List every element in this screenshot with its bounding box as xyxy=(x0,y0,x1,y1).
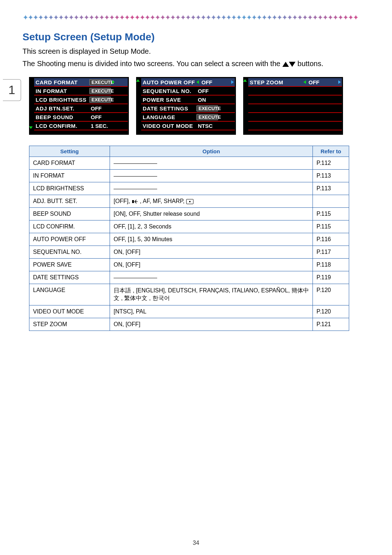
execute-button: EXECUTE xyxy=(89,79,111,85)
cell-setting: LCD BRIGHTNESS xyxy=(29,182,110,195)
screen-menu-row: LCD CONFIRM.1 SEC. xyxy=(34,122,128,130)
cell-refer: P.119 xyxy=(313,271,349,284)
screen-label: CARD FORMAT xyxy=(34,79,89,85)
svg-rect-0 xyxy=(132,200,134,203)
cell-setting: BEEP SOUND xyxy=(29,208,110,220)
execute-button: EXECUTE xyxy=(89,88,111,94)
page-number: 34 xyxy=(0,540,392,546)
left-arrow-icon xyxy=(196,80,199,84)
screen-value: OFF xyxy=(89,114,102,120)
right-arrow-icon xyxy=(231,80,234,84)
cell-refer: P.115 xyxy=(313,220,349,233)
screen-label: BEEP SOUND xyxy=(34,114,89,120)
chapter-tab: 1 xyxy=(3,79,21,101)
cell-option xyxy=(110,271,313,284)
screen-value: NTSC xyxy=(196,123,213,129)
screen-menu-row: LANGUAGEEXECUTE xyxy=(141,113,235,122)
table-row: VIDEO OUT MODE[NTSC], PALP.120 xyxy=(29,305,349,318)
down-triangle-icon xyxy=(289,62,295,67)
camera-screen: CARD FORMATEXECUTEIN FORMATEXECUTELCD BR… xyxy=(29,77,129,135)
screen-label: AUTO POWER OFF xyxy=(141,79,196,85)
screen-label: STEP ZOOM xyxy=(248,79,303,85)
cell-setting: LANGUAGE xyxy=(29,284,110,305)
screen-menu-row: VIDEO OUT MODENTSC xyxy=(141,122,235,130)
table-row: BEEP SOUND[ON], OFF, Shutter release sou… xyxy=(29,208,349,220)
right-arrow-icon xyxy=(112,80,115,84)
table-row: POWER SAVEON, [OFF]P.118 xyxy=(29,259,349,271)
screen-value: OFF xyxy=(89,105,102,112)
execute-button: EXECUTE xyxy=(89,97,111,103)
cell-refer: P.115 xyxy=(313,208,349,220)
cell-setting: VIDEO OUT MODE xyxy=(29,305,110,318)
th-setting: Setting xyxy=(29,146,110,157)
screen-label: LCD BRIGHTNESS xyxy=(34,97,89,103)
screen-label: IN FORMAT xyxy=(34,88,89,94)
settings-table: Setting Option Refer to CARD FORMATP.112… xyxy=(29,146,349,331)
screen-menu-row: IN FORMATEXECUTE xyxy=(34,87,128,96)
table-row: IN FORMATP.113 xyxy=(29,170,349,182)
cell-option: [ON], OFF, Shutter release sound xyxy=(110,208,313,220)
cell-refer xyxy=(313,195,349,208)
screen-label: POWER SAVE xyxy=(141,97,196,103)
cell-setting: IN FORMAT xyxy=(29,170,110,182)
screen-label: DATE SETTINGS xyxy=(141,105,196,112)
right-arrow-icon xyxy=(338,80,341,84)
cell-refer: P.120 xyxy=(313,284,349,305)
execute-button: EXECUTE xyxy=(196,114,218,120)
cell-setting: CARD FORMAT xyxy=(29,157,110,170)
cell-setting: SEQUENTIAL NO. xyxy=(29,246,110,259)
cell-option xyxy=(110,182,313,195)
table-row: STEP ZOOMON, [OFF]P.121 xyxy=(29,318,349,331)
cell-option: [OFF], , AF, MF, SHARP, xyxy=(110,195,313,208)
screen-menu-row xyxy=(248,96,342,104)
screen-label: VIDEO OUT MODE xyxy=(141,123,196,129)
camera-screen: STEP ZOOMOFF xyxy=(243,77,343,135)
cell-refer: P.116 xyxy=(313,233,349,246)
cell-setting: AUTO POWER OFF xyxy=(29,233,110,246)
table-row: AUTO POWER OFFOFF, [1], 5, 30 MinutesP.1… xyxy=(29,233,349,246)
scroll-up-icon xyxy=(243,79,247,82)
table-row: SEQUENTIAL NO.ON, [OFF]P.117 xyxy=(29,246,349,259)
cell-option xyxy=(110,170,313,182)
decorative-border: ✦✦✦✦✦✦✦✦✦✦✦✦✦✦✦✦✦✦✦✦✦✦✦✦✦✦✦✦✦✦✦✦✦✦✦✦✦✦✦✦… xyxy=(23,15,367,20)
cell-refer: P.112 xyxy=(313,157,349,170)
cell-setting: DATE SETTINGS xyxy=(29,271,110,284)
table-row: LANGUAGE日本語 , [ENGLISH], DEUTSCH, FRANÇA… xyxy=(29,284,349,305)
screen-value: OFF xyxy=(200,79,212,85)
table-row: DATE SETTINGSP.119 xyxy=(29,271,349,284)
table-row: CARD FORMATP.112 xyxy=(29,157,349,170)
cell-option: ON, [OFF] xyxy=(110,318,313,331)
th-refer: Refer to xyxy=(313,146,349,157)
screen-label: LANGUAGE xyxy=(141,114,196,120)
execute-button: EXECUTE xyxy=(196,105,218,112)
screen-label: SEQUENTIAL NO. xyxy=(141,88,196,94)
cell-refer: P.113 xyxy=(313,182,349,195)
cell-refer: P.113 xyxy=(313,170,349,182)
table-row: LCD CONFIRM.OFF, [1], 2, 3 SecondsP.115 xyxy=(29,220,349,233)
screen-value: ON xyxy=(196,97,206,103)
scroll-up-icon xyxy=(136,79,140,82)
camera-screens-row: CARD FORMATEXECUTEIN FORMATEXECUTELCD BR… xyxy=(29,77,367,135)
screen-menu-row xyxy=(248,104,342,113)
screen-menu-row: STEP ZOOMOFF xyxy=(248,78,342,87)
cell-refer: P.118 xyxy=(313,259,349,271)
intro-line-1: This screen is displayed in Setup Mode. xyxy=(23,46,367,57)
cell-option: ON, [OFF] xyxy=(110,246,313,259)
scroll-down-icon xyxy=(29,126,33,129)
screen-label: LCD CONFIRM. xyxy=(34,123,89,129)
cell-refer: P.121 xyxy=(313,318,349,331)
camera-screen: AUTO POWER OFFOFFSEQUENTIAL NO.OFFPOWER … xyxy=(136,77,236,135)
screen-value: OFF xyxy=(307,79,319,85)
screen-menu-row: LCD BRIGHTNESSEXECUTE xyxy=(34,96,128,104)
cell-option xyxy=(110,157,313,170)
cell-refer: P.117 xyxy=(313,246,349,259)
screen-menu-row xyxy=(248,87,342,96)
page-heading: Setup Screen (Setup Mode) xyxy=(23,31,367,43)
screen-label: ADJ BTN.SET. xyxy=(34,105,89,112)
left-arrow-icon xyxy=(303,80,306,84)
cell-option: OFF, [1], 2, 3 Seconds xyxy=(110,220,313,233)
screen-menu-row: CARD FORMATEXECUTE xyxy=(34,78,128,87)
screen-value: 1 SEC. xyxy=(89,123,108,129)
screen-value: OFF xyxy=(196,88,209,94)
table-row: ADJ. BUTT. SET.[OFF], , AF, MF, SHARP, xyxy=(29,195,349,208)
